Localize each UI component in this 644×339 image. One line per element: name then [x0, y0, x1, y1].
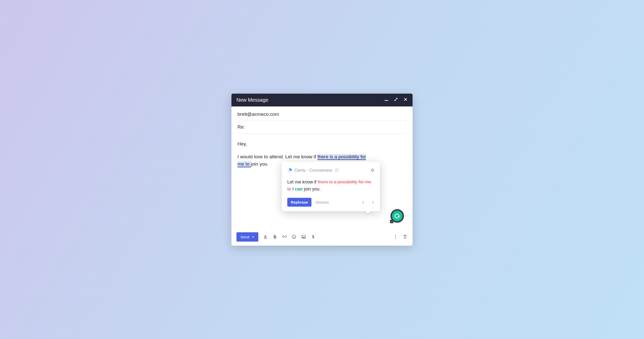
send-button-label: Send — [240, 235, 249, 239]
svg-point-3 — [337, 169, 337, 169]
body-text-suffix: join you. — [251, 161, 269, 167]
close-icon[interactable] — [404, 97, 408, 102]
expand-icon[interactable] — [394, 97, 398, 102]
rephrase-button[interactable]: Rephrase — [287, 198, 311, 207]
clarity-pie-icon — [287, 168, 292, 173]
text-format-icon[interactable] — [263, 234, 268, 239]
window-title: New Message — [236, 97, 268, 103]
grammarly-badge[interactable] — [390, 209, 404, 223]
suggestion-category: Clarity - Conciseness — [294, 167, 332, 174]
svg-rect-4 — [264, 239, 267, 239]
dismiss-button[interactable]: Dismiss — [315, 200, 329, 204]
svg-point-10 — [395, 236, 396, 237]
suggestion-text-prefix: Let me know if — [287, 179, 318, 184]
dollar-icon[interactable] — [311, 234, 316, 239]
highlighted-phrase-1[interactable]: there is a possibility for — [317, 154, 366, 160]
suggestion-text-suffix: join you. — [304, 186, 321, 192]
svg-rect-2 — [337, 170, 337, 171]
compose-window: New Message brett@acmeco.com Re: Hey, I … — [231, 94, 413, 246]
link-icon[interactable] — [282, 234, 287, 239]
highlighted-phrase-2[interactable]: me to — [237, 161, 251, 167]
chevron-left-icon[interactable] — [362, 199, 365, 206]
suggestion-insert: I can — [291, 186, 304, 192]
compose-toolbar: Send ▼ — [231, 229, 413, 246]
window-titlebar: New Message — [231, 94, 413, 106]
svg-point-11 — [395, 238, 396, 239]
info-icon[interactable] — [335, 167, 339, 174]
window-controls — [384, 97, 408, 102]
minimize-icon[interactable] — [384, 97, 388, 102]
drag-grip-icon[interactable] — [390, 220, 393, 223]
suggestion-card: Clarity - Conciseness Let me know if the… — [282, 162, 380, 211]
suggestion-actions: Rephrase Dismiss — [287, 198, 374, 207]
suggestion-body: Let me know if there is a possibility fo… — [287, 179, 374, 193]
trash-icon[interactable] — [403, 234, 408, 239]
header-fields: brett@acmeco.com Re: — [231, 106, 413, 134]
grammarly-icon — [392, 211, 403, 221]
send-button[interactable]: Send ▼ — [236, 232, 258, 242]
svg-point-6 — [293, 236, 294, 237]
svg-point-5 — [292, 235, 296, 239]
to-field[interactable]: brett@acmeco.com — [237, 108, 407, 121]
svg-point-7 — [295, 236, 295, 237]
caret-down-icon: ▼ — [252, 236, 254, 238]
svg-point-9 — [395, 235, 396, 236]
svg-rect-0 — [385, 100, 388, 101]
paperclip-icon[interactable] — [272, 234, 277, 239]
message-body[interactable]: Hey, I would love to attend. Let me know… — [231, 134, 413, 229]
emoji-icon[interactable] — [292, 234, 297, 239]
suggestion-pager — [362, 199, 374, 206]
body-text: I would love to attend. Let me know if — [237, 154, 317, 159]
suggestion-header: Clarity - Conciseness — [287, 167, 374, 174]
more-vert-icon[interactable] — [393, 234, 398, 239]
image-icon[interactable] — [301, 234, 306, 239]
subject-field[interactable]: Re: — [237, 121, 407, 134]
chevron-right-icon[interactable] — [371, 199, 374, 206]
body-greeting: Hey, — [237, 140, 407, 147]
gear-icon[interactable] — [370, 167, 374, 174]
